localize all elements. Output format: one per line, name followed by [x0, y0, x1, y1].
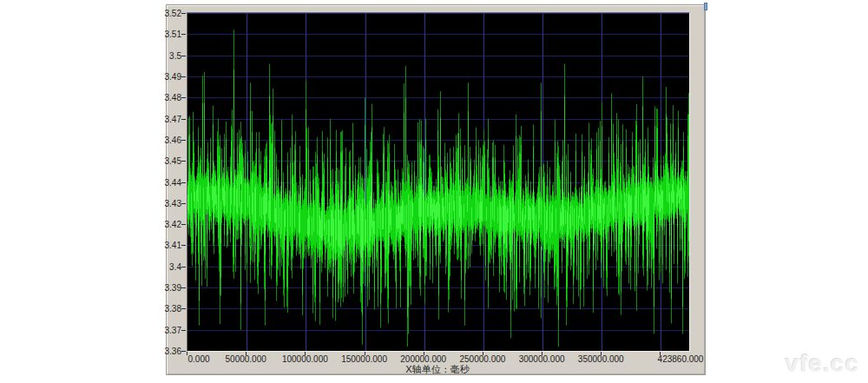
y-tick-mark — [181, 34, 186, 35]
watermark: vfe.cc — [786, 350, 859, 378]
y-tick-mark — [181, 56, 186, 56]
y-tick-mark — [181, 97, 186, 98]
y-tick-mark — [181, 245, 186, 246]
y-tick-label: 3.41 — [152, 241, 181, 250]
y-tick-mark — [181, 182, 186, 183]
y-tick-label: 3.48 — [152, 93, 181, 102]
x-axis-unit-label: X轴单位：毫秒 — [187, 364, 688, 374]
y-tick-mark — [181, 351, 186, 352]
plot-area — [187, 12, 690, 352]
x-tick-label: 150000.000 — [341, 354, 387, 364]
y-tick-mark — [181, 308, 186, 309]
splitter-handle[interactable] — [704, 3, 707, 10]
y-tick-mark — [181, 203, 186, 204]
y-tick-mark — [181, 119, 186, 120]
y-tick-label: 3.49 — [152, 72, 181, 82]
y-tick-mark — [181, 161, 186, 162]
y-tick-mark — [181, 287, 186, 288]
x-tick-label: 0.000 — [187, 354, 209, 364]
y-tick-label: 3.51 — [152, 30, 181, 39]
page: X轴单位：毫秒 vfe.cc 3.523.513.53.493.483.473.… — [0, 0, 868, 383]
y-tick-label: 3.44 — [152, 178, 181, 188]
x-tick-label: 200000.000 — [400, 354, 446, 364]
x-tick-label-end: 423860.000 — [658, 354, 704, 364]
y-tick-label: 3.36 — [152, 347, 181, 356]
y-tick-label: 3.47 — [152, 115, 181, 124]
x-tick-label: 250000.000 — [459, 354, 505, 364]
y-tick-label: 3.38 — [152, 304, 181, 314]
y-tick-label: 3.52 — [152, 9, 181, 18]
y-tick-label: 3.46 — [152, 135, 181, 145]
y-tick-mark — [181, 267, 186, 267]
x-tick-label: 100000.000 — [282, 354, 328, 364]
y-tick-mark — [181, 140, 186, 141]
y-tick-label: 3.39 — [152, 283, 181, 293]
x-tick-label: 300000.000 — [519, 354, 565, 364]
y-tick-label: 3.37 — [152, 326, 181, 335]
waveform-canvas[interactable] — [187, 13, 689, 351]
y-tick-label: 3.5 — [152, 51, 181, 61]
y-tick-mark — [181, 330, 186, 331]
y-tick-label: 3.45 — [152, 156, 181, 166]
y-tick-label: 3.43 — [152, 199, 181, 208]
y-tick-label: 3.42 — [152, 220, 181, 229]
y-tick-label: 3.4 — [152, 262, 181, 272]
y-tick-mark — [181, 13, 186, 14]
y-tick-mark — [181, 76, 186, 77]
y-tick-mark — [181, 224, 186, 225]
x-tick-label: 50000.000 — [226, 354, 266, 364]
x-tick-label: 350000.000 — [578, 354, 624, 364]
